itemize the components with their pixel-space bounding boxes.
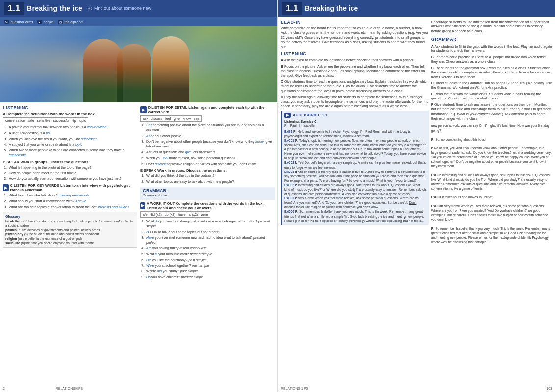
grammar-note-c: C For students on the grammar box. Read …: [431, 66, 552, 79]
page-num-right: 103: [546, 387, 552, 390]
grammar-note-f: F Give students time to ask and answer t…: [431, 102, 552, 121]
lead-in-title: LEAD-IN: [281, 20, 429, 24]
audio-icon-grammar[interactable]: ▶: [140, 202, 145, 209]
grammar-note-d: D Direct students to the Grammar Hub on …: [431, 81, 552, 90]
right-grammar-notes: Encourage students to use information fr…: [431, 20, 552, 244]
audioscript-icon: ▶: [284, 113, 291, 118]
exercise-a-list: A private and informal talk between two …: [3, 125, 137, 158]
audioscript-title: ▶ AUDIOSCRIPT 1.1: [284, 113, 427, 118]
audioscript-subtitle: Listening, Exercise C P = Paul I = Isabe…: [284, 119, 427, 128]
word-bank-box: conversation safe sensitive successful t…: [3, 117, 88, 123]
right-ex-b: B Focus on the picture. Ask where the pe…: [281, 64, 429, 78]
exercise-d-list: Say something positive about the place o…: [140, 123, 275, 166]
audioscript-content: ExB1 P: Hello and welcome to Stretcher P…: [284, 129, 427, 223]
list-item: What do you say to a stranger at a party…: [145, 219, 275, 229]
right-listening-col: ▶ D LISTEN FOR DETAIL Listen again and c…: [140, 105, 275, 281]
right-main-content: LEAD-IN Write something on the board tha…: [278, 17, 555, 385]
nav-pill-grammar[interactable]: G question forms: [4, 20, 33, 24]
list-item: What is happening in the photo at the to…: [8, 165, 137, 170]
right-main-col: LEAD-IN Write something on the board tha…: [281, 20, 429, 382]
left-unit-num: 1.1: [4, 2, 24, 15]
left-page: 1.1 Breaking the ice Find out about some…: [0, 0, 278, 392]
alpha-pill-label: the alphabet: [65, 20, 84, 24]
listening-section-title: LISTENING: [3, 105, 137, 110]
grammar-pill-label: question forms: [11, 20, 33, 24]
exercise-e-label: E SPEAK Work in groups. Discuss the ques…: [140, 168, 275, 172]
glossary-box: Glossary break the ice (phrase) to do or…: [3, 212, 137, 248]
glossary-title: Glossary: [5, 214, 135, 219]
subtitle-text: Find out about someone new: [94, 6, 151, 11]
grammar-title: GRAMMAR: [143, 188, 272, 193]
nav-pill-alpha[interactable]: ◻ the alphabet: [58, 20, 84, 24]
list-item: How do you usually start a conversation …: [8, 176, 137, 181]
extra-notes: new person at work, you can say 'Oh, I'm…: [431, 123, 552, 244]
list-item: What are two safe topics of conversation…: [8, 205, 137, 210]
grammar-pill-icon: G: [4, 20, 9, 24]
list-item: Did you like the ceremony? past simple: [145, 258, 275, 263]
list-item: Were you at school together? past simple: [145, 263, 275, 268]
right-ex-a: A Ask the class to complete the definiti…: [281, 58, 429, 62]
list-item: Where did you study? past simple: [145, 269, 275, 274]
list-item: Are you having fun? present continuous: [145, 246, 275, 251]
right-side-col: Encourage students to use information fr…: [431, 20, 552, 382]
list-item: A private and informal talk between two …: [8, 125, 137, 130]
glossary-item: break the ice (phrase) to do or say some…: [5, 220, 135, 228]
list-item: Don't be negative about other people bec…: [145, 139, 275, 149]
nav-pill-vocab[interactable]: V people: [37, 20, 54, 24]
audio-icon-c[interactable]: ▶: [3, 184, 9, 191]
list-item: What other topics are easy to talk about…: [145, 179, 275, 184]
page-num-right-left: RELATIONS 1 P5: [281, 387, 308, 390]
right-unit-num: 1.1: [282, 2, 302, 15]
list-item: What did you think of the tips in the po…: [145, 173, 275, 178]
person3-silhouette: [152, 36, 189, 102]
list-item: Say something positive about the place o…: [145, 123, 275, 133]
grammar-list: What do you say to a stranger at a party…: [140, 219, 275, 280]
left-title: Breaking the ice: [27, 4, 82, 12]
list-item: A subject that you write or speak about …: [8, 142, 137, 147]
right-ex-d: D Play the audio again, allowing time fo…: [281, 95, 429, 108]
right-title: Breaking the ice: [305, 4, 358, 12]
list-item: When you feel more relaxed, ask some per…: [145, 156, 275, 161]
list-item: Do you have children? present simple: [145, 275, 275, 280]
list-item: What topic does she talk about? meeting …: [8, 193, 137, 198]
grammar-note-e: E Read the task with the whole class. St…: [431, 92, 552, 101]
grammar-section-title: GRAMMAR: [431, 36, 552, 43]
list-item: What is your favourite card? present sim…: [145, 252, 275, 257]
list-item: When two or more people or things are co…: [8, 148, 137, 158]
glossary-item: politics (n) the activities of governmen…: [5, 228, 135, 233]
exercise-c-list: What topic does she talk about? meeting …: [3, 193, 137, 209]
exercise-b-list: What is happening in the photo at the to…: [3, 165, 137, 181]
list-item: When you achieve the result you want, yo…: [8, 137, 137, 142]
list-item: Ask about other people.: [145, 134, 275, 139]
list-item: Is it OK to talk about some topics but n…: [145, 230, 275, 235]
list-item: Ask lots of questions and give lots of a…: [145, 150, 275, 155]
lead-in-text: Write something on the board that is imp…: [281, 26, 429, 49]
right-page: 1.1 Breaking the ice LEAD-IN Write somet…: [278, 0, 555, 392]
left-subtitle: Find out about someone new: [88, 6, 151, 11]
vocab-pill-icon: V: [37, 20, 42, 24]
nav-pills: G question forms V people ◻ the alphabet: [0, 17, 278, 26]
glossary-item: psychology (n) the study of the mind and…: [5, 232, 135, 237]
right-ex-c: C Give students time to read the questio…: [281, 79, 429, 93]
audioscript-box: ▶ AUDIOSCRIPT 1.1 Listening, Exercise C …: [281, 111, 429, 225]
right-listening-section: LISTENING A Ask the class to complete th…: [281, 51, 429, 108]
audio-icon-d[interactable]: ▶: [140, 106, 147, 113]
exercise-a-label: A Complete the definitions with the word…: [3, 112, 137, 116]
list-item: Have you ever met someone new and had no…: [145, 235, 275, 245]
list-item: What should you start a conversation wit…: [8, 199, 137, 204]
header-photo: [0, 26, 278, 102]
lead-in-section: LEAD-IN Write something on the board tha…: [281, 20, 429, 49]
left-header: 1.1 Breaking the ice Find out about some…: [0, 0, 278, 17]
list-item: A useful suggestion is a tip: [8, 131, 137, 136]
grammar-note-b: B Learners could practise in Exercise A.…: [431, 55, 552, 64]
exercise-b-label: B SPEAK Work in groups. Discuss the ques…: [3, 160, 137, 164]
left-listening-col: LISTENING A Complete the definitions wit…: [3, 105, 137, 281]
glossary-item: social life (n) the time you spend enjoy…: [5, 241, 135, 245]
glossary-item: religion (n) the belief in the existence…: [5, 237, 135, 241]
exercise-d-label: ▶ D LISTEN FOR DETAIL Listen again and c…: [140, 105, 275, 114]
list-item: Don't discuss topics like religion or po…: [145, 162, 275, 167]
page-number-left: 2: [3, 387, 5, 390]
note-e: Encourage students to use information fr…: [431, 20, 552, 33]
alpha-pill-icon: ◻: [58, 20, 63, 24]
right-listening-title: LISTENING: [281, 51, 429, 56]
